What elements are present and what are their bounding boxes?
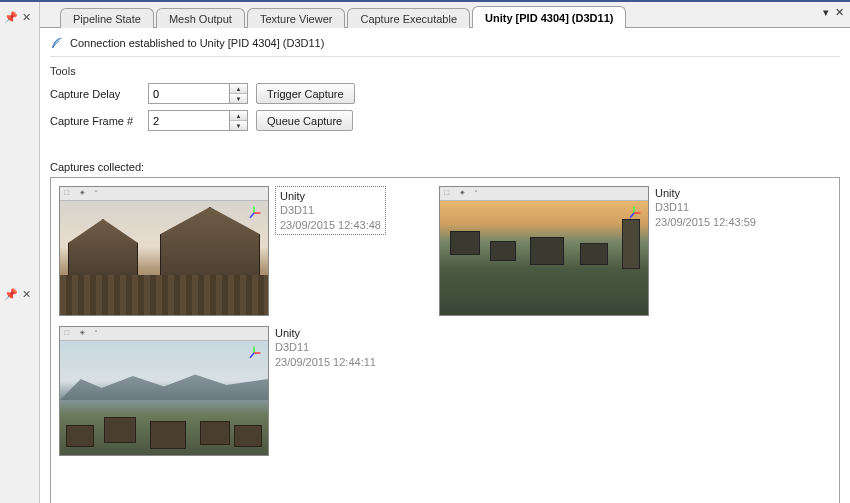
tools-heading: Tools — [50, 65, 840, 77]
capture-api: D3D11 — [280, 203, 381, 217]
capture-delay-input[interactable] — [149, 84, 229, 103]
close-icon[interactable]: ✕ — [22, 12, 31, 23]
gizmo-icon — [246, 205, 262, 221]
capture-name: Unity — [655, 186, 756, 200]
thumb-toolbar: ⬚◈▫ — [60, 187, 268, 201]
tab-unity-connection[interactable]: Unity [PID 4304] (D3D11) — [472, 6, 626, 28]
gizmo-icon — [246, 345, 262, 361]
capture-api: D3D11 — [275, 340, 376, 354]
capture-meta: Unity D3D11 23/09/2015 12:43:48 — [275, 186, 386, 235]
capture-meta: Unity D3D11 23/09/2015 12:44:11 — [275, 326, 376, 369]
dock-panel-controls-1: 📌 ✕ — [0, 2, 39, 23]
capture-item[interactable]: ⬚◈▫ Unity D3D11 23/09/2015 12:43:48 — [59, 186, 399, 316]
tab-mesh-output[interactable]: Mesh Output — [156, 8, 245, 28]
capture-thumbnail: ⬚◈▫ — [59, 326, 269, 456]
thumb-toolbar: ⬚◈▫ — [60, 327, 268, 341]
capture-api: D3D11 — [655, 200, 756, 214]
queue-capture-button[interactable]: Queue Capture — [256, 110, 353, 131]
dock-panel-controls-2: 📌 ✕ — [0, 279, 39, 300]
capture-delay-row: Capture Delay ▲ ▼ Trigger Capture — [50, 83, 840, 104]
capture-thumbnail: ⬚◈▫ — [439, 186, 649, 316]
svg-line-3 — [250, 213, 254, 218]
spin-up-icon[interactable]: ▲ — [230, 111, 247, 121]
close-icon[interactable]: ✕ — [22, 289, 31, 300]
pin-icon[interactable]: 📌 — [4, 12, 18, 23]
feather-icon — [50, 36, 64, 50]
capture-time: 23/09/2015 12:44:11 — [275, 355, 376, 369]
connection-status-text: Connection established to Unity [PID 430… — [70, 37, 324, 49]
docked-panel-gutter: 📌 ✕ 📌 ✕ — [0, 2, 40, 503]
tab-pipeline-state[interactable]: Pipeline State — [60, 8, 154, 28]
capture-delay-label: Capture Delay — [50, 88, 140, 100]
capture-delay-spinbox[interactable]: ▲ ▼ — [148, 83, 248, 104]
svg-line-9 — [250, 353, 254, 358]
thumb-toolbar: ⬚◈▫ — [440, 187, 648, 201]
trigger-capture-button[interactable]: Trigger Capture — [256, 83, 355, 104]
tab-capture-executable[interactable]: Capture Executable — [347, 8, 470, 28]
captures-list[interactable]: ⬚◈▫ Unity D3D11 23/09/2015 12:43:48 — [50, 177, 840, 503]
captures-heading: Captures collected: — [50, 161, 840, 173]
tab-body: Connection established to Unity [PID 430… — [40, 28, 850, 503]
capture-item[interactable]: ⬚◈▫ Unity D3D11 23/09/2015 12:43:59 — [439, 186, 779, 316]
gizmo-icon — [626, 205, 642, 221]
capture-time: 23/09/2015 12:43:59 — [655, 215, 756, 229]
capture-time: 23/09/2015 12:43:48 — [280, 218, 381, 232]
capture-name: Unity — [275, 326, 376, 340]
capture-frame-spinbox[interactable]: ▲ ▼ — [148, 110, 248, 131]
tab-strip: Pipeline State Mesh Output Texture Viewe… — [40, 2, 850, 28]
capture-frame-row: Capture Frame # ▲ ▼ Queue Capture — [50, 110, 840, 131]
tab-dropdown-icon[interactable]: ▾ — [823, 6, 829, 19]
tab-pane-actions: ▾ ✕ — [823, 6, 844, 19]
capture-frame-input[interactable] — [149, 111, 229, 130]
tab-close-icon[interactable]: ✕ — [835, 6, 844, 19]
main-area: Pipeline State Mesh Output Texture Viewe… — [40, 2, 850, 503]
capture-name: Unity — [280, 189, 381, 203]
capture-thumbnail: ⬚◈▫ — [59, 186, 269, 316]
capture-meta: Unity D3D11 23/09/2015 12:43:59 — [655, 186, 756, 229]
spin-down-icon[interactable]: ▼ — [230, 121, 247, 130]
spin-up-icon[interactable]: ▲ — [230, 84, 247, 94]
svg-line-6 — [630, 213, 634, 218]
capture-frame-label: Capture Frame # — [50, 115, 140, 127]
tab-texture-viewer[interactable]: Texture Viewer — [247, 8, 346, 28]
spin-down-icon[interactable]: ▼ — [230, 94, 247, 103]
connection-status-row: Connection established to Unity [PID 430… — [50, 34, 840, 57]
pin-icon[interactable]: 📌 — [4, 289, 18, 300]
capture-item[interactable]: ⬚◈▫ Unity D3D11 23/09/2015 12:44:11 — [59, 326, 399, 456]
